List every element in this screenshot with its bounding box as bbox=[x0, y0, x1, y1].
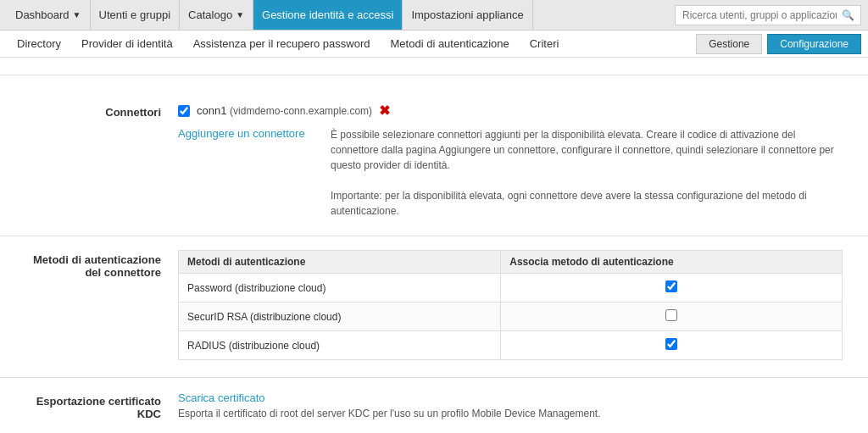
auth-methods-form-row: Metodi di autenticazione del connettore … bbox=[0, 250, 868, 360]
nav-catalog[interactable]: Catalogo ▼ bbox=[180, 0, 253, 30]
connector-domain: (vidmdemo-conn.example.com) bbox=[230, 105, 372, 117]
table-row: RADIUS (distribuzione cloud) bbox=[179, 331, 843, 360]
nav-identity-access[interactable]: Gestione identità e accessi bbox=[253, 0, 403, 30]
method-name-cell: SecurID RSA (distribuzione cloud) bbox=[179, 303, 501, 331]
certificate-form-row: Esportazione certificato KDC Scarica cer… bbox=[0, 391, 868, 420]
add-connector-description: È possibile selezionare connettori aggiu… bbox=[331, 127, 843, 219]
method-checkbox-2[interactable] bbox=[665, 338, 677, 350]
tab-identity-provider[interactable]: Provider di identità bbox=[71, 31, 183, 57]
method-checkbox-cell bbox=[501, 331, 843, 360]
search-area: 🔍 bbox=[675, 5, 861, 25]
nav-users-groups[interactable]: Utenti e gruppi bbox=[91, 0, 181, 30]
nav-appliance-settings[interactable]: Impostazioni appliance bbox=[403, 0, 532, 30]
search-icon: 🔍 bbox=[842, 9, 854, 21]
top-nav-bar: Dashboard ▼ Utenti e gruppi Catalogo ▼ G… bbox=[0, 0, 868, 31]
method-name-cell: RADIUS (distribuzione cloud) bbox=[179, 331, 501, 360]
method-name-cell: Password (distribuzione cloud) bbox=[179, 274, 501, 303]
connectors-section: Connettori conn1 (vidmdemo-conn.example.… bbox=[0, 89, 868, 236]
second-nav-actions: Gestione Configurazione bbox=[696, 34, 861, 54]
certificate-section: Esportazione certificato KDC Scarica cer… bbox=[0, 378, 868, 433]
connector-checkbox[interactable] bbox=[178, 105, 190, 117]
tab-directory[interactable]: Directory bbox=[7, 31, 71, 57]
method-checkbox-cell bbox=[501, 274, 843, 303]
certificate-label: Esportazione certificato KDC bbox=[25, 391, 178, 420]
method-checkbox-0[interactable] bbox=[665, 280, 677, 292]
catalog-chevron-icon: ▼ bbox=[236, 10, 244, 19]
add-connector-link[interactable]: Aggiungere un connettore bbox=[178, 127, 314, 140]
connector-delete-icon[interactable]: ✖ bbox=[379, 103, 390, 119]
connectors-content: conn1 (vidmdemo-conn.example.com) ✖ Aggi… bbox=[178, 103, 843, 219]
auth-methods-table: Metodi di autenticazione Associa metodo … bbox=[178, 250, 843, 360]
connector-item: conn1 (vidmdemo-conn.example.com) ✖ bbox=[178, 103, 843, 119]
tab-password-recovery[interactable]: Assistenza per il recupero password bbox=[183, 31, 381, 57]
search-input[interactable] bbox=[675, 5, 861, 25]
main-content: Connettori conn1 (vidmdemo-conn.example.… bbox=[0, 58, 868, 433]
config-button[interactable]: Configurazione bbox=[767, 34, 861, 54]
certificate-content: Scarica certificato Esporta il certifica… bbox=[178, 391, 843, 419]
col-associate-header: Associa metodo di autenticazione bbox=[501, 251, 843, 274]
table-row: Password (distribuzione cloud) bbox=[179, 274, 843, 303]
tab-auth-methods[interactable]: Metodi di autenticazione bbox=[381, 31, 520, 57]
top-separator bbox=[0, 75, 868, 75]
tab-criteria[interactable]: Criteri bbox=[520, 31, 570, 57]
auth-methods-content: Metodi di autenticazione Associa metodo … bbox=[178, 250, 843, 360]
table-row: SecurID RSA (distribuzione cloud) bbox=[179, 303, 843, 331]
dashboard-chevron-icon: ▼ bbox=[73, 10, 81, 19]
method-checkbox-1[interactable] bbox=[665, 309, 677, 321]
second-nav-bar: Directory Provider di identità Assistenz… bbox=[0, 31, 868, 58]
method-checkbox-cell bbox=[501, 303, 843, 331]
col-method-header: Metodi di autenticazione bbox=[179, 251, 501, 274]
connectors-form-row: Connettori conn1 (vidmdemo-conn.example.… bbox=[0, 103, 868, 219]
connectors-label: Connettori bbox=[25, 103, 178, 119]
add-connector-row: Aggiungere un connettore È possibile sel… bbox=[178, 127, 843, 219]
manage-button[interactable]: Gestione bbox=[696, 34, 762, 54]
download-certificate-link[interactable]: Scarica certificato bbox=[178, 391, 843, 404]
nav-dashboard[interactable]: Dashboard ▼ bbox=[7, 0, 91, 30]
certificate-description: Esporta il certificato di root del serve… bbox=[178, 408, 843, 419]
connector-name: conn1 (vidmdemo-conn.example.com) bbox=[197, 104, 372, 117]
auth-methods-section: Metodi di autenticazione del connettore … bbox=[0, 236, 868, 378]
auth-methods-label: Metodi di autenticazione del connettore bbox=[25, 250, 178, 279]
